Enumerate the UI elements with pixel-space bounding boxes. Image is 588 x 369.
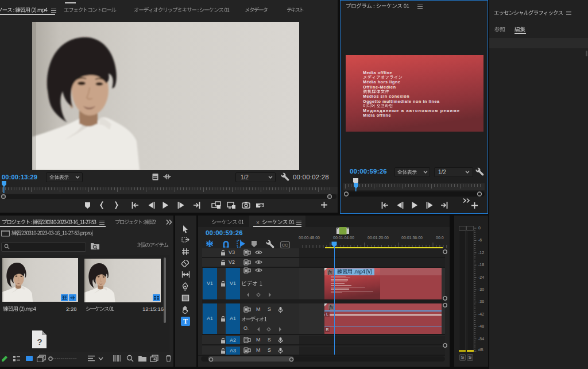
svg-text:Offline-Medien: Offline-Medien (363, 84, 396, 90)
svg-text:fx: fx (330, 305, 334, 310)
svg-text:fx: fx (328, 270, 332, 275)
svg-text:Mídia offline: Mídia offline (363, 113, 391, 118)
svg-text:?: ? (37, 337, 42, 347)
svg-text:Media offline: Media offline (363, 70, 392, 75)
svg-text:CC: CC (282, 243, 288, 248)
svg-text:Oggetto multimediale non in li: Oggetto multimediale non in linea (363, 99, 440, 104)
